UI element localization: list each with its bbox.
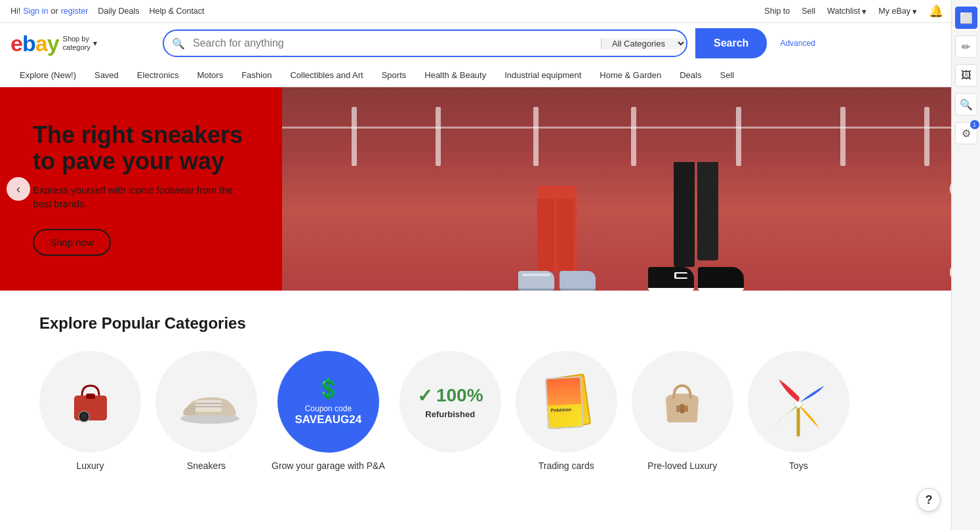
shop-by-chevron-icon: ▾ bbox=[93, 39, 97, 48]
nav-motors[interactable]: Motors bbox=[188, 64, 232, 87]
svg-rect-9 bbox=[680, 404, 684, 413]
signin-link[interactable]: Sign in bbox=[23, 7, 48, 16]
trading-cards-circle: Pokémon bbox=[516, 351, 617, 453]
nav-collectibles[interactable]: Collectibles and Art bbox=[281, 64, 372, 87]
hero-text-area: The right sneakers to pave your way Expr… bbox=[0, 87, 282, 291]
nav-electronics[interactable]: Electronics bbox=[128, 64, 188, 87]
hero-prev-button[interactable]: ‹ bbox=[7, 177, 30, 201]
ship-to[interactable]: Ship to bbox=[764, 7, 790, 16]
categories-grid: Luxury bbox=[39, 351, 941, 471]
refurb-inner: ✓ 100% Refurbished bbox=[411, 378, 490, 426]
refurb-pct: 100% bbox=[436, 386, 483, 405]
top-bar: Hi! Sign in or register Daily Deals Help… bbox=[0, 0, 980, 23]
nav-explore[interactable]: Explore (New!) bbox=[10, 64, 85, 87]
category-trading-cards[interactable]: Pokémon Trading cards bbox=[516, 351, 617, 471]
category-label: category bbox=[63, 43, 91, 52]
refurb-word: Refurbished bbox=[417, 409, 483, 419]
shop-by-category[interactable]: Shop by category ▾ bbox=[63, 35, 97, 52]
categories-section: Explore Popular Categories Luxury bbox=[0, 291, 980, 484]
search-input[interactable] bbox=[193, 31, 601, 56]
header: ebay Shop by category ▾ 🔍 All Categories… bbox=[0, 23, 980, 64]
hero-title: The right sneakers to pave your way bbox=[33, 122, 249, 174]
svg-rect-5 bbox=[195, 400, 222, 412]
pants-left bbox=[537, 186, 577, 271]
coupon-dollar-icon: 💲 bbox=[295, 377, 362, 400]
pants-right bbox=[674, 155, 718, 267]
watchlist-label: Watchlist bbox=[827, 7, 860, 16]
image-icon: 🖼 bbox=[961, 70, 971, 81]
category-toys[interactable]: Toys bbox=[748, 351, 849, 471]
image-button[interactable]: 🖼 bbox=[955, 64, 977, 87]
category-luxury[interactable]: Luxury bbox=[39, 351, 141, 471]
svg-point-3 bbox=[81, 413, 87, 420]
preloved-bag-icon bbox=[653, 373, 712, 432]
refurb-circle: ✓ 100% Refurbished bbox=[399, 351, 501, 453]
nav-deals[interactable]: Deals bbox=[670, 64, 710, 87]
search-button[interactable]: Search bbox=[695, 28, 767, 58]
hero-banner: ‹ The right sneakers to pave your way Ex… bbox=[0, 87, 980, 291]
coupon-label: Grow your garage with P&A bbox=[272, 460, 385, 471]
advanced-link[interactable]: Advanced bbox=[780, 39, 815, 48]
shop-by-label: Shop by bbox=[63, 35, 91, 43]
panel-top-button[interactable]: ⬜ bbox=[955, 7, 977, 29]
greeting-text: Hi! bbox=[10, 7, 20, 16]
nav-sports[interactable]: Sports bbox=[373, 64, 416, 87]
help-contact-link[interactable]: Help & Contact bbox=[149, 7, 204, 16]
ebay-logo[interactable]: ebay bbox=[10, 31, 59, 56]
category-sneakers[interactable]: Sneakers bbox=[155, 351, 257, 471]
person-right bbox=[648, 155, 744, 291]
luxury-label: Luxury bbox=[76, 460, 104, 471]
search-side-icon: 🔍 bbox=[960, 98, 973, 111]
my-ebay-chevron-icon: ▾ bbox=[912, 7, 917, 16]
nav-industrial[interactable]: Industrial equipment bbox=[495, 64, 590, 87]
category-preloved[interactable]: Pre-loved Luxury bbox=[632, 351, 733, 471]
logo-area: ebay Shop by category ▾ bbox=[10, 31, 155, 56]
hero-image-area: ⏸ bbox=[282, 87, 980, 291]
top-bar-left: Hi! Sign in or register Daily Deals Help… bbox=[10, 7, 205, 16]
nav-sell[interactable]: Sell bbox=[710, 64, 743, 87]
edit-icon: ✏ bbox=[962, 41, 970, 53]
categories-title: Explore Popular Categories bbox=[39, 314, 941, 333]
my-ebay-label: My eBay bbox=[878, 7, 910, 16]
category-select[interactable]: All Categories bbox=[601, 38, 686, 49]
settings-button[interactable]: ⚙ 1 bbox=[955, 122, 977, 144]
top-bar-right: Ship to Sell Watchlist ▾ My eBay ▾ 🔔 🛒 bbox=[764, 4, 970, 18]
sneakers-label: Sneakers bbox=[187, 460, 226, 471]
notification-icon[interactable]: 🔔 bbox=[929, 4, 943, 18]
luxury-circle bbox=[39, 351, 141, 453]
search-side-button[interactable]: 🔍 bbox=[955, 93, 977, 115]
settings-icon: ⚙ bbox=[962, 127, 971, 140]
sneaker-icon bbox=[171, 379, 243, 425]
coupon-circle: 💲 Coupon code SAVEAUG24 bbox=[277, 351, 379, 453]
edit-button[interactable]: ✏ bbox=[955, 35, 977, 58]
toys-label: Toys bbox=[789, 460, 808, 471]
nav-health[interactable]: Health & Beauty bbox=[415, 64, 495, 87]
toys-circle bbox=[748, 351, 849, 453]
handbag-icon bbox=[64, 376, 117, 428]
category-refurbished[interactable]: ✓ 100% Refurbished Refurbished bbox=[399, 351, 501, 471]
nav-fashion[interactable]: Fashion bbox=[232, 64, 281, 87]
search-magnifier-icon: 🔍 bbox=[164, 37, 193, 50]
register-link[interactable]: register bbox=[61, 7, 89, 16]
sell-link[interactable]: Sell bbox=[802, 7, 815, 16]
hero-subtitle: Express yourself with iconic footwear fr… bbox=[33, 183, 249, 211]
settings-badge: 1 bbox=[970, 120, 979, 129]
shoes-right bbox=[648, 267, 744, 291]
or-text: or bbox=[51, 7, 58, 16]
category-coupon[interactable]: 💲 Coupon code SAVEAUG24 Grow your garage… bbox=[272, 351, 385, 471]
person-left bbox=[518, 186, 596, 291]
coupon-prefix: Coupon code bbox=[295, 404, 362, 413]
coupon-code: SAVEAUG24 bbox=[295, 413, 362, 426]
watchlist-link[interactable]: Watchlist ▾ bbox=[827, 7, 867, 16]
watchlist-chevron-icon: ▾ bbox=[862, 7, 867, 16]
nav-saved[interactable]: Saved bbox=[85, 64, 128, 87]
side-panel: ⬜ ✏ 🖼 🔍 ⚙ 1 bbox=[951, 0, 980, 484]
shoes-left bbox=[518, 271, 596, 291]
my-ebay-link[interactable]: My eBay ▾ bbox=[878, 7, 917, 16]
daily-deals-link[interactable]: Daily Deals bbox=[98, 7, 139, 16]
coupon-inner: 💲 Coupon code SAVEAUG24 bbox=[295, 377, 362, 426]
nav-home-garden[interactable]: Home & Garden bbox=[590, 64, 670, 87]
shop-now-button[interactable]: Shop now bbox=[33, 229, 111, 256]
hero-bg: ⏸ bbox=[282, 87, 980, 291]
preloved-circle bbox=[632, 351, 733, 453]
